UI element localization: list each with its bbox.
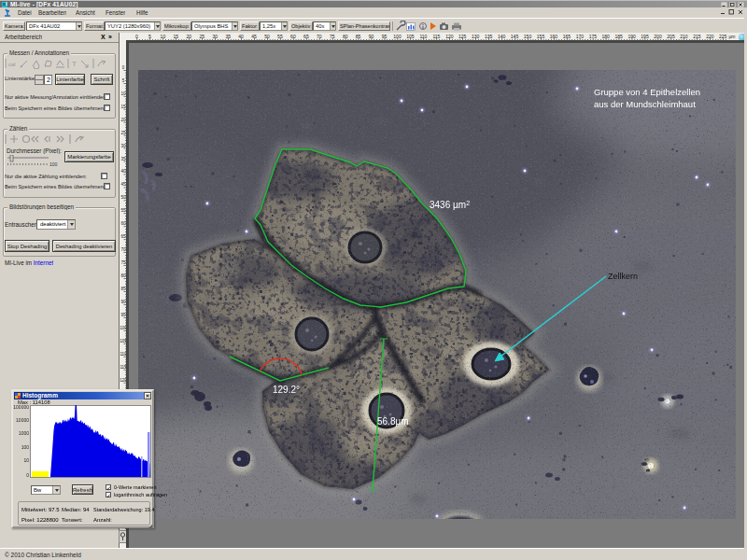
svg-text:135: 135 (485, 34, 493, 39)
svg-text:215: 215 (693, 34, 701, 39)
svg-text:205: 205 (667, 34, 675, 39)
svg-text:0: 0 (26, 472, 29, 478)
svg-text:80: 80 (343, 34, 348, 39)
svg-text:130: 130 (472, 34, 480, 39)
svg-text:225: 225 (719, 34, 727, 39)
svg-text:aus der Mundschleimhaut: aus der Mundschleimhaut (594, 99, 696, 109)
svg-text:Gruppe von 4 Epithelzellen: Gruppe von 4 Epithelzellen (594, 87, 700, 97)
svg-text:5: 5 (148, 34, 151, 39)
svg-text:40: 40 (238, 34, 244, 39)
svg-text:cal: cal (8, 62, 16, 67)
svg-text:10: 10 (23, 457, 29, 463)
svg-text:200: 200 (654, 34, 662, 39)
svg-text:115: 115 (432, 34, 440, 39)
svg-text:145: 145 (511, 34, 519, 39)
svg-text:100000: 100000 (13, 404, 29, 410)
svg-text:105: 105 (406, 34, 415, 39)
svg-text:120: 120 (445, 34, 454, 39)
svg-text:175: 175 (589, 34, 598, 39)
svg-text:70: 70 (317, 34, 322, 39)
svg-text:20: 20 (187, 34, 192, 39)
svg-text:100: 100 (49, 161, 58, 166)
svg-text:190: 190 (627, 34, 636, 39)
svg-text:155: 155 (537, 34, 545, 39)
svg-text:185: 185 (614, 34, 623, 39)
svg-text:45: 45 (251, 34, 257, 39)
svg-text:0: 0 (122, 65, 125, 70)
svg-text:170: 170 (576, 34, 585, 39)
svg-text:65: 65 (303, 34, 309, 39)
svg-text:55: 55 (277, 34, 283, 39)
svg-text:220: 220 (706, 34, 714, 39)
svg-text:195: 195 (641, 34, 649, 39)
svg-text:100: 100 (393, 34, 402, 39)
svg-text:129.2°: 129.2° (273, 385, 300, 395)
svg-text:35: 35 (225, 34, 231, 39)
svg-text:60: 60 (290, 34, 296, 39)
svg-text:100: 100 (21, 444, 30, 450)
svg-text:25: 25 (199, 34, 204, 39)
svg-text:10: 10 (161, 34, 166, 39)
svg-text:µm: µm (728, 34, 735, 39)
svg-text:95: 95 (382, 34, 388, 39)
svg-text:3436 µm2: 3436 µm2 (430, 200, 470, 210)
svg-text:150: 150 (524, 34, 532, 39)
svg-text:110: 110 (419, 34, 427, 39)
svg-text:125: 125 (458, 34, 467, 39)
svg-text:90: 90 (369, 34, 374, 39)
svg-text:210: 210 (680, 34, 688, 39)
svg-text:10000: 10000 (16, 417, 29, 423)
svg-text:T: T (72, 60, 77, 68)
svg-text:30: 30 (212, 34, 218, 39)
svg-text:85: 85 (356, 34, 361, 39)
svg-text:160: 160 (550, 34, 558, 39)
svg-text:1000: 1000 (19, 430, 29, 436)
svg-text:56.8µm: 56.8µm (377, 416, 409, 427)
svg-text:165: 165 (563, 34, 571, 39)
svg-text:140: 140 (498, 34, 506, 39)
svg-text:Zellkern: Zellkern (608, 272, 638, 281)
svg-text:180: 180 (602, 34, 611, 39)
svg-text:5: 5 (122, 78, 125, 83)
svg-text:75: 75 (330, 34, 335, 39)
svg-text:15: 15 (174, 34, 179, 39)
svg-text:0: 0 (135, 34, 138, 39)
svg-text:50: 50 (264, 34, 270, 39)
